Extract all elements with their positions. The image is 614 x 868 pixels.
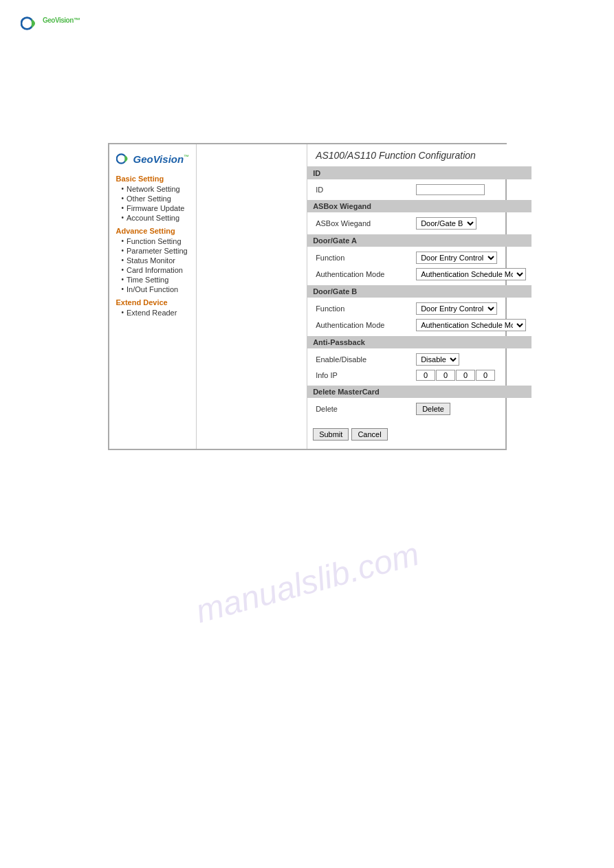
- ip-inputs: [416, 370, 526, 381]
- page-title: AS100/AS110 Function Configuration: [307, 144, 531, 167]
- sidebar-item-other-setting[interactable]: Other Setting: [116, 194, 190, 203]
- info-ip-control: [416, 370, 526, 381]
- door-b-function-control: Door Entry Control Door Exit Control Gat…: [416, 302, 526, 315]
- door-a-auth-select[interactable]: Authentication Schedule Mode Card Only P…: [416, 268, 526, 280]
- main-content: GeoVision™ Basic Setting Network Setting…: [0, 47, 614, 464]
- info-ip-row: Info IP: [313, 368, 526, 383]
- door-a-function-row: Function Door Entry Control Door Exit Co…: [313, 249, 526, 266]
- header-logo-text: GeoVision™: [43, 14, 80, 32]
- id-control: [416, 184, 526, 195]
- watermark: manualslib.com: [191, 535, 422, 630]
- asbox-wiegand-control: Door/Gate B Door/Gate A: [416, 217, 526, 230]
- content-area: AS100/AS110 Function Configuration ID ID…: [307, 144, 531, 449]
- delete-label: Delete: [313, 405, 416, 413]
- info-ip-label: Info IP: [313, 371, 416, 379]
- anti-passback-section-form: Enable/Disable Disable Enable Info IP: [307, 348, 531, 386]
- door-a-function-select[interactable]: Door Entry Control Door Exit Control Gat…: [416, 252, 497, 264]
- sidebar-logo: GeoVision™: [116, 151, 190, 166]
- enable-disable-control: Disable Enable: [416, 353, 526, 366]
- action-row: Submit Cancel: [307, 420, 531, 449]
- extend-device-title: Extend Device: [116, 298, 190, 307]
- ip-octet-3[interactable]: [456, 370, 475, 381]
- page-header: GeoVision™: [0, 0, 614, 47]
- delete-mastercard-button[interactable]: Delete: [416, 403, 450, 415]
- ip-octet-1[interactable]: [416, 370, 435, 381]
- enable-disable-row: Enable/Disable Disable Enable: [313, 351, 526, 368]
- header-logo: GeoVision™: [21, 14, 593, 33]
- door-a-section-form: Function Door Entry Control Door Exit Co…: [307, 247, 531, 285]
- basic-setting-title: Basic Setting: [116, 175, 190, 183]
- door-b-function-row: Function Door Entry Control Door Exit Co…: [313, 300, 526, 317]
- sidebar-item-network-setting[interactable]: Network Setting: [116, 184, 190, 194]
- browser-window: GeoVision™ Basic Setting Network Setting…: [108, 143, 507, 450]
- section-header-delete-mastercard: Delete MasterCard: [307, 386, 531, 398]
- sidebar-item-firmware-update[interactable]: Firmware Update: [116, 203, 190, 213]
- door-b-auth-row: Authentication Mode Authentication Sched…: [313, 317, 526, 333]
- door-b-section-form: Function Door Entry Control Door Exit Co…: [307, 298, 531, 336]
- anti-passback-select[interactable]: Disable Enable: [416, 353, 459, 366]
- sidebar-item-time-setting[interactable]: Time Setting: [116, 275, 190, 285]
- door-b-function-select[interactable]: Door Entry Control Door Exit Control Gat…: [416, 302, 497, 315]
- geovision-logo-icon: [21, 14, 40, 33]
- asbox-wiegand-label: ASBox Wiegand: [313, 219, 416, 227]
- id-label: ID: [313, 186, 416, 194]
- id-row: ID: [313, 182, 526, 197]
- door-b-auth-label: Authentication Mode: [313, 321, 416, 329]
- sidebar-item-account-setting[interactable]: Account Setting: [116, 213, 190, 223]
- door-a-function-label: Function: [313, 254, 416, 262]
- sidebar-item-card-information[interactable]: Card Information: [116, 265, 190, 275]
- section-header-door-b: Door/Gate B: [307, 285, 531, 298]
- ip-octet-2[interactable]: [436, 370, 455, 381]
- door-a-auth-control: Authentication Schedule Mode Card Only P…: [416, 268, 526, 280]
- door-a-auth-label: Authentication Mode: [313, 270, 416, 278]
- door-b-auth-select[interactable]: Authentication Schedule Mode Card Only P…: [416, 319, 526, 331]
- sidebar-item-extend-reader[interactable]: Extend Reader: [116, 308, 190, 318]
- section-header-door-a: Door/Gate A: [307, 234, 531, 247]
- submit-button[interactable]: Submit: [313, 428, 349, 441]
- delete-control: Delete: [416, 403, 526, 415]
- sidebar-item-status-monitor[interactable]: Status Monitor: [116, 256, 190, 265]
- door-b-auth-control: Authentication Schedule Mode Card Only P…: [416, 319, 526, 331]
- sidebar-logo-icon: [116, 151, 131, 166]
- ip-octet-4[interactable]: [476, 370, 495, 381]
- asbox-section-form: ASBox Wiegand Door/Gate B Door/Gate A: [307, 212, 531, 234]
- advance-setting-title: Advance Setting: [116, 227, 190, 235]
- asbox-wiegand-row: ASBox Wiegand Door/Gate B Door/Gate A: [313, 215, 526, 232]
- door-a-auth-row: Authentication Mode Authentication Sched…: [313, 266, 526, 282]
- cancel-button[interactable]: Cancel: [351, 428, 387, 441]
- sidebar-logo-text: GeoVision™: [133, 153, 190, 165]
- sidebar-item-inout-function[interactable]: In/Out Function: [116, 285, 190, 294]
- delete-row: Delete Delete: [313, 401, 526, 417]
- sidebar-item-parameter-setting[interactable]: Parameter Setting: [116, 246, 190, 256]
- section-header-id: ID: [307, 167, 531, 179]
- section-header-asbox: ASBox Wiegand: [307, 200, 531, 212]
- id-section-form: ID: [307, 179, 531, 200]
- delete-mastercard-section-form: Delete Delete: [307, 398, 531, 420]
- id-input[interactable]: [416, 184, 485, 195]
- door-a-function-control: Door Entry Control Door Exit Control Gat…: [416, 252, 526, 264]
- enable-disable-label: Enable/Disable: [313, 355, 416, 364]
- sidebar-item-function-setting[interactable]: Function Setting: [116, 236, 190, 246]
- door-b-function-label: Function: [313, 304, 416, 313]
- browser-layout: GeoVision™ Basic Setting Network Setting…: [109, 144, 505, 449]
- svg-point-1: [116, 154, 125, 163]
- sidebar: GeoVision™ Basic Setting Network Setting…: [109, 144, 197, 449]
- svg-point-0: [21, 18, 33, 30]
- section-header-anti-passback: Anti-Passback: [307, 336, 531, 348]
- asbox-wiegand-select[interactable]: Door/Gate B Door/Gate A: [416, 217, 476, 230]
